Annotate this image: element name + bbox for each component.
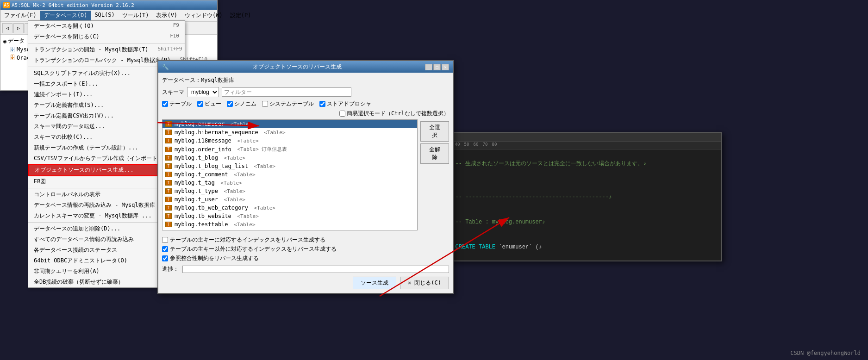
schema-row: スキーマ myblog [162,87,449,97]
table-item-order-info[interactable]: T myblog.order_info <Table> 订单信息表 [162,145,417,154]
table-item-i18message[interactable]: T myblog.i18message <Table> [162,137,417,145]
btn-deselect-all[interactable]: 全解除 [420,143,449,164]
menu-tools[interactable]: ツール(T) [119,11,153,20]
title-bar: A5 A5:SQL Mk-2 64bit edition Version 2.1… [0,0,217,10]
table-icon-6: T [165,163,172,169]
check-fk-label: 参照整合性制約をリバース生成する [170,254,259,262]
check-table[interactable]: テーブル [162,100,192,108]
dialog-icon: 🔧 [162,64,169,70]
table-icon: T [165,121,172,127]
table-name-hibernate: myblog.hibernate_sequence [175,129,258,136]
code-line-6: `name` varchar(255) DEFAULT NULL♪ [429,260,718,261]
dialog-reverse-source: 🔧 オブジェクトソースのリバース生成 _ □ ✕ データベース：Mysql数据库… [157,60,454,294]
check-non-pk-index[interactable] [162,246,168,252]
menu-open-db[interactable]: データベースを開く(O) F9 [28,21,185,31]
btn-generate-source[interactable]: ソース生成 [353,277,396,289]
table-name-t-blog: myblog.t_blog [175,155,218,161]
table-icon-2: T [165,130,172,135]
dialog-window-controls: _ □ ✕ [425,64,449,70]
menu-file[interactable]: ファイル(F) [0,11,40,20]
code-area[interactable]: 1 2 3 4 5 6 7 8 9 -- 生成されたソースは元のソースとは完全に… [408,149,721,261]
menu-close-db[interactable]: データベースを閉じる(C) F10 [28,31,185,42]
watermark: CSDN @fengyehongWorld [790,350,861,356]
table-item-tb-web-category[interactable]: T myblog.tb_web_category <Table> [162,204,417,212]
tree-oracle-icon: 🗄 [10,55,15,61]
action-buttons: ソース生成 ✕ 閉じる(C) [162,277,449,289]
table-icon-12: T [165,213,172,219]
table-name-t-tag: myblog.t_tag [175,180,215,186]
table-item-testtable[interactable]: T myblog.testtable <Table> [162,220,417,229]
menu-settings[interactable]: 設定(P) [226,11,255,20]
app-icon: A5 [3,2,10,8]
table-item-t-user[interactable]: T myblog.t_user <Table> [162,195,417,204]
table-item-tb-website[interactable]: T myblog.tb_website <Table> [162,212,417,220]
filter-input[interactable] [222,87,351,97]
table-icon-11: T [165,205,172,211]
table-icon-8: T [165,180,172,186]
progress-label: 進捗： [162,265,179,273]
table-list-container: T myblog.enumuser <Table> T myblog.hiber… [162,119,449,233]
check-synonym[interactable]: シノニム [227,100,256,108]
dialog-title: オブジェクトソースのリバース生成 [253,63,342,71]
code-content: -- 生成されたソースは元のソースとは完全に一致しない場合があります。♪ -- … [425,149,721,261]
table-item-t-blog[interactable]: T myblog.t_blog <Table> [162,154,417,162]
check-pk-index-label: テーブルの主キーに対応するインデックスをリバース生成する [170,236,325,244]
check-view[interactable]: ビュー [197,100,221,108]
check-simple-select[interactable]: 簡易選択モード（Ctrlなしで複数選択） [339,110,449,118]
dialog-close-btn[interactable]: ✕ [442,64,449,70]
code-line-4: -- Table : myblog.enumuser♪ [429,210,718,235]
btn-close-dialog[interactable]: ✕ 閉じる(C) [400,277,449,289]
menu-sql[interactable]: SQL(S) [91,11,118,20]
table-name-t-comment: myblog.t_comment [175,171,228,178]
check-row-fk: 参照整合性制約をリバース生成する [162,254,449,262]
checkbox-row-1: テーブル ビュー シノニム システムテーブル ストアドプロシャ [162,100,449,108]
table-name-testtable: myblog.testtable [175,221,228,228]
toolbar-btn-2[interactable]: ▷ [13,23,24,33]
check-store-proc[interactable]: ストアドプロシャ [319,100,371,108]
table-icon-4: T [165,147,172,152]
list-action-buttons: 全選択 全解除 [420,119,449,233]
tree-expand-icon: ◉ [3,38,6,44]
menu-database[interactable]: データベース(D) [40,11,91,20]
progress-row: 進捗： [162,265,449,273]
check-fk[interactable] [162,255,168,261]
table-item-t-type[interactable]: T myblog.t_type <Table> [162,187,417,195]
check-row-pk-index: テーブルの主キーに対応するインデックスをリバース生成する [162,236,449,244]
code-line-2 [429,176,718,185]
check-system-table[interactable]: システムテーブル [262,100,314,108]
table-name-order-info: myblog.order_info [175,146,231,153]
table-name-i18message: myblog.i18message [175,137,231,144]
table-item-enumuser[interactable]: T myblog.enumuser <Table> [162,120,417,128]
menu-tx-begin[interactable]: トランザクションの開始 - Mysql数据库(T) Shift+F9 [28,44,185,55]
code-line-3: -- -------------------------------------… [429,185,718,210]
table-item-t-tag[interactable]: T myblog.t_tag <Table> [162,179,417,187]
db-label: データベース：Mysql数据库 [162,76,234,84]
table-name-t-user: myblog.t_user [175,196,218,203]
table-item-hibernate[interactable]: T myblog.hibernate_sequence <Table> [162,128,417,137]
table-list[interactable]: T myblog.enumuser <Table> T myblog.hiber… [162,119,418,230]
table-icon-10: T [165,197,172,202]
table-name-t-type: myblog.t_type [175,188,218,194]
sep1 [28,43,185,43]
table-name-t-blog-tag: myblog.t_blog_tag_list [175,163,248,169]
menu-window[interactable]: ウィンドウ(W) [181,11,226,20]
progress-bar [182,266,449,273]
dialog-minimize-btn[interactable]: _ [425,64,432,70]
menu-view[interactable]: 表示(V) [152,11,181,20]
table-icon-5: T [165,155,172,161]
code-line-5: CREATE TABLE `enumuser` (♪ [429,235,718,260]
table-name-tb-website: myblog.tb_website [175,213,231,219]
table-item-t-blog-tag[interactable]: T myblog.t_blog_tag_list <Table> [162,162,417,170]
check-pk-index[interactable] [162,237,168,243]
table-item-t-comment[interactable]: T myblog.t_comment <Table> [162,170,417,179]
bottom-checks: テーブルの主キーに対応するインデックスをリバース生成する テーブルの主キー以外に… [162,236,449,262]
check-row-non-pk-index: テーブルの主キー以外に対応するインデックスをリバース生成する [162,245,449,253]
schema-select[interactable]: myblog [187,87,219,97]
toolbar-btn-1[interactable]: ◁ [2,23,12,33]
schema-label: スキーマ [162,88,184,96]
table-icon-13: T [165,222,172,227]
check-non-pk-index-label: テーブルの主キー以外に対応するインデックスをリバース生成する [170,245,337,253]
dialog-maximize-btn[interactable]: □ [433,64,441,70]
dialog-title-bar: 🔧 オブジェクトソースのリバース生成 _ □ ✕ [158,61,453,73]
btn-select-all[interactable]: 全選択 [420,121,449,142]
